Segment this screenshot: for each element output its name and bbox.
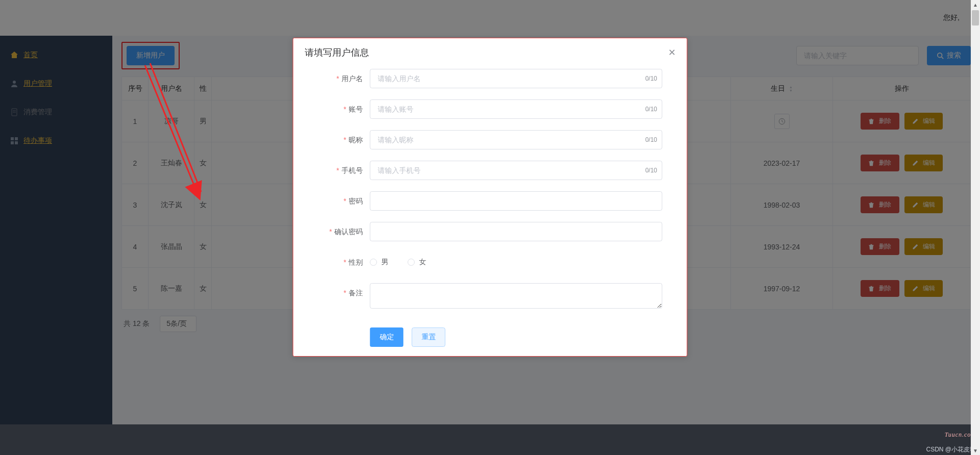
username-count: 0/10 [645, 69, 657, 88]
radio-female[interactable]: 女 [408, 258, 426, 267]
user-form-dialog: 请填写用户信息 ✕ *用户名 0/10 *账号 0/10 *昵 [293, 38, 688, 357]
phone-count: 0/10 [645, 161, 657, 180]
radio-icon [370, 259, 377, 266]
radio-female-label: 女 [419, 258, 426, 267]
scroll-track[interactable] [971, 9, 980, 446]
radio-icon [408, 259, 415, 266]
scroll-thumb[interactable] [972, 10, 979, 26]
label-username: 用户名 [341, 74, 363, 83]
scroll-up-button[interactable]: ▲ [971, 0, 980, 9]
label-sex: 性别 [349, 258, 363, 266]
password-input[interactable] [370, 191, 663, 211]
label-phone: 手机号 [341, 166, 363, 174]
remark-textarea[interactable] [370, 283, 663, 309]
confirm-button[interactable]: 确定 [370, 327, 404, 347]
nickname-count: 0/10 [645, 130, 657, 149]
confirm-password-input[interactable] [370, 222, 663, 241]
phone-input[interactable] [370, 161, 663, 180]
account-input[interactable] [370, 99, 663, 119]
scroll-down-button[interactable]: ▼ [971, 446, 980, 455]
radio-male-label: 男 [381, 258, 388, 267]
close-icon: ✕ [668, 47, 676, 58]
label-account: 账号 [349, 105, 363, 113]
label-remark: 备注 [349, 289, 363, 297]
nickname-input[interactable] [370, 130, 663, 149]
vertical-scrollbar[interactable]: ▲ ▼ [971, 0, 980, 455]
label-confirm: 确认密码 [334, 228, 363, 236]
sex-radio-group: 男 女 [370, 252, 663, 272]
dialog-close-button[interactable]: ✕ [668, 48, 676, 57]
username-input[interactable] [370, 69, 663, 88]
label-password: 密码 [349, 197, 363, 205]
radio-male[interactable]: 男 [370, 258, 388, 267]
account-count: 0/10 [645, 99, 657, 119]
label-nickname: 昵称 [349, 136, 363, 144]
dialog-title: 请填写用户信息 [305, 46, 369, 59]
watermark-csdn: CSDN @小花皮猪 [926, 445, 976, 454]
reset-button[interactable]: 重置 [412, 327, 446, 347]
